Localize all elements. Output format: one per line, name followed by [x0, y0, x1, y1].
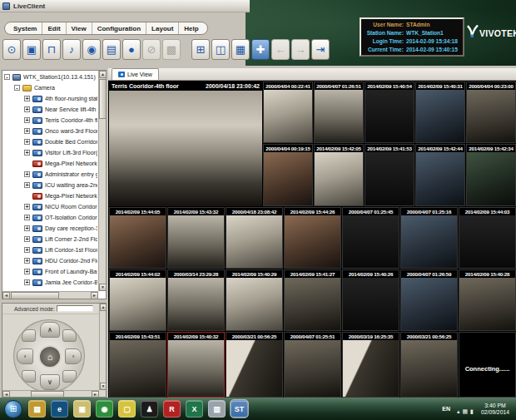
tree-item-camera[interactable]: +HDU Coridor-2nd Floor(10. [3, 255, 97, 266]
ptz-up-right-button[interactable] [62, 329, 77, 342]
ptz-horizontal-scrollbar[interactable]: ◄ ► [2, 390, 99, 397]
video-cell[interactable]: 2014/02/09 15:43:32 [167, 207, 225, 269]
tray-power-icon[interactable]: ▮ [470, 408, 474, 414]
video-cell[interactable]: 2014/02/09 15:44:26 [284, 207, 341, 269]
fullscreen-button[interactable]: ✚ [251, 39, 270, 60]
video-cell[interactable]: 2000/04/18 23:08:42 [226, 207, 283, 269]
ptz-mode-input[interactable] [57, 305, 93, 312]
unlock-button[interactable]: ⊓ [42, 39, 61, 60]
print-button[interactable]: ▤ [102, 39, 121, 60]
video-cell[interactable]: 2014/02/09 15:41:53 [365, 144, 414, 206]
tree-expander-icon[interactable]: + [24, 204, 30, 210]
video-cell[interactable]: 2000/04/04 00:22:41 [263, 82, 313, 143]
video-cell[interactable]: 2014/02/09 15:40:28 [459, 269, 516, 331]
tree-item-camera[interactable]: +OT-Isolation Coridor-2nd Fl. [3, 212, 97, 223]
tree-item-camera[interactable]: +NICU Room Coridor-1st Flo. [3, 201, 97, 212]
title-bar[interactable]: LiveClient [0, 0, 250, 12]
tab-live-view[interactable]: Live View [112, 68, 159, 80]
scroll-down-icon[interactable]: ▼ [100, 383, 107, 390]
video-cell[interactable]: 2014/02/09 15:40:32 [167, 332, 225, 398]
ptz-left-button[interactable]: ‹ [17, 348, 33, 364]
taskbar-folder-app[interactable]: ▤ [28, 400, 46, 418]
tree-item-camera[interactable]: +Terris Cooridor-4th floor(10. [3, 115, 97, 126]
tree-expander-icon[interactable]: + [24, 247, 30, 253]
menu-item-edit[interactable]: Edit [42, 22, 65, 34]
video-cell[interactable]: 2000/04/07 01:26:59 [400, 269, 458, 331]
ptz-up-button[interactable]: ∧ [40, 322, 60, 338]
tree-item-camera[interactable]: Mega-Pixel Network Camera [3, 158, 97, 169]
video-cell[interactable]: 2014/02/09 15:44:05 [109, 207, 166, 269]
tree-expander-icon[interactable]: + [24, 171, 30, 177]
tray-hidden-icons-icon[interactable]: ▴ [457, 408, 460, 414]
tree-expander-icon[interactable]: - [4, 74, 10, 80]
language-indicator[interactable]: EN [442, 406, 450, 412]
tree-expander-icon[interactable]: + [24, 279, 30, 285]
tree-item-camera[interactable]: +Visitor Lift-3rd Floor(10.13. [3, 147, 97, 158]
taskbar-internet-explorer[interactable]: e [51, 400, 68, 418]
power-button[interactable]: ⊙ [2, 39, 21, 60]
ptz-down-button[interactable]: ∨ [40, 374, 60, 390]
video-cell[interactable]: 2000/03/14 23:29:28 [167, 269, 225, 331]
ptz-vertical-scrollbar[interactable]: ▲ ▼ [99, 304, 106, 390]
tree-item-camera[interactable]: +Day care reception-1st Floo. [3, 223, 97, 234]
taskbar-surveillance-app[interactable]: ◉ [96, 400, 113, 418]
exit-button[interactable]: ⇥ [311, 39, 330, 60]
menu-item-layout[interactable]: Layout [146, 22, 178, 34]
tree-expander-icon[interactable]: + [24, 215, 30, 220]
tree-expander-icon[interactable]: - [14, 85, 20, 91]
video-cell[interactable]: Connecting...... [459, 332, 516, 398]
video-cell[interactable]: 2014/02/09 15:40:26 [342, 269, 399, 331]
scroll-right-icon[interactable]: ► [91, 292, 98, 299]
taskbar-clock[interactable]: 3:40 PM 02/09/2014 [478, 403, 513, 416]
tray-network-icon[interactable]: ▦ [462, 408, 468, 414]
tree-item-camera[interactable]: +Administrator entry gate-1s [3, 169, 97, 180]
grid-layout-button[interactable]: ▦ [231, 39, 250, 60]
tree-expander-icon[interactable]: + [24, 269, 30, 274]
tree-expander-icon[interactable]: + [24, 117, 30, 123]
video-cell[interactable]: 2000/03/21 00:56:25 [400, 332, 458, 398]
tree-item-camera[interactable]: Mega-Pixel Network Camera [3, 190, 97, 201]
video-cell[interactable]: 2014/02/09 15:40:29 [226, 269, 283, 331]
volume-button[interactable]: ♪ [62, 39, 81, 60]
tree-horizontal-scrollbar[interactable]: ◄ ► [2, 291, 98, 299]
scroll-down-icon[interactable]: ▼ [99, 284, 107, 291]
tree-item-camera-group[interactable]: -Camera [3, 82, 97, 93]
tree-item-camera[interactable]: +Double Bed Corridor-3rd Flo [3, 136, 97, 147]
video-cell[interactable]: 2014/02/09 15:42:44 [415, 144, 465, 206]
snapshot-button[interactable]: ◉ [82, 39, 101, 60]
scroll-up-icon[interactable]: ▲ [100, 304, 107, 311]
scroll-left-icon[interactable]: ◄ [2, 391, 10, 398]
tree-item-camera[interactable]: +Near Service lift-4th floor(1. [3, 104, 97, 115]
prev-layout-button[interactable]: ← [271, 39, 290, 60]
video-settings-button[interactable]: ◫ [211, 39, 230, 60]
taskbar-file-explorer[interactable]: ▣ [73, 400, 91, 418]
tree-item-station[interactable]: -WTK_Station1(10.13.4.151) [3, 72, 97, 82]
ptz-home-button[interactable]: ⌂ [38, 345, 62, 368]
tree-item-camera[interactable]: +Jamia Jee Coridor-Baseme. [3, 277, 97, 288]
ptz-down-left-button[interactable] [22, 370, 36, 383]
video-cell[interactable]: 2000/03/21 00:56:25 [226, 332, 283, 398]
taskbar-excel-app[interactable]: X [186, 400, 203, 418]
video-cell[interactable]: 2000/04/04 00:23:00 [466, 82, 516, 143]
taskbar-archive-app[interactable]: ▥ [208, 400, 226, 418]
scroll-up-icon[interactable]: ▲ [99, 71, 107, 78]
tree-item-camera[interactable]: +Lift Coridor-1st Floor(10.1. [3, 245, 97, 255]
taskbar-pdf-app[interactable]: R [163, 400, 181, 418]
popup-window-button[interactable]: ▩ [162, 39, 181, 60]
stop-record-button[interactable]: ⊘ [142, 39, 161, 60]
video-cell[interactable]: 2000/04/04 00:19:15 [263, 144, 313, 206]
video-cell[interactable]: 2000/04/07 01:25:51 [284, 332, 341, 398]
video-cell[interactable]: 2000/03/19 16:25:35 [342, 332, 399, 398]
tree-item-camera[interactable]: +4th floor-nursing station(10. [3, 93, 97, 104]
menu-item-configuration[interactable]: Configuration [92, 22, 146, 34]
video-cell[interactable]: 2014/02/09 15:43:51 [109, 332, 166, 398]
layout-settings-button[interactable]: ⊞ [191, 39, 210, 60]
tree-vertical-scrollbar[interactable]: ▲ ▼ [98, 71, 106, 291]
menu-item-help[interactable]: Help [178, 22, 203, 34]
ptz-down-right-button[interactable] [62, 370, 77, 383]
video-cell[interactable]: 2014/02/09 15:40:54 [365, 82, 414, 143]
video-cell[interactable]: 2000/04/07 01:25:16 [400, 207, 458, 269]
video-cell[interactable]: 2000/04/07 01:26:51 [314, 82, 364, 143]
video-cell[interactable]: 2000/04/07 01:25:45 [342, 207, 399, 269]
video-cell[interactable]: 2014/02/09 15:42:34 [466, 144, 516, 206]
